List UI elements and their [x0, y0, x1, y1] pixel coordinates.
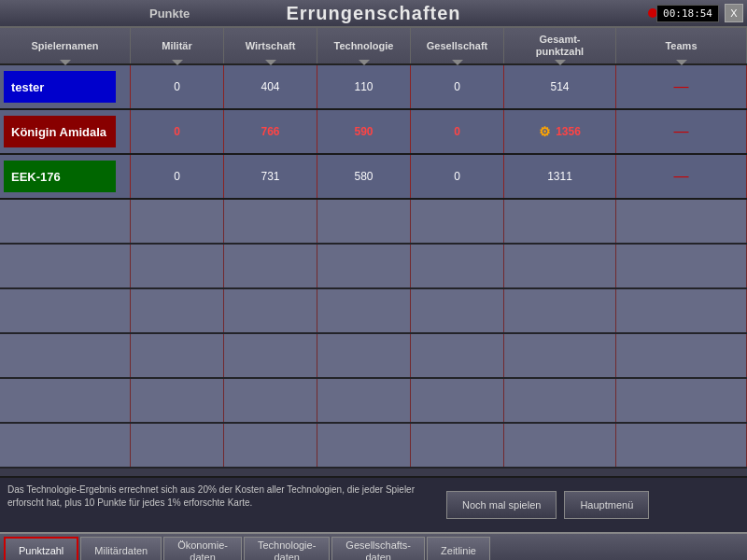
- page-title: Errungenschaften: [286, 3, 460, 24]
- empty-cell: [504, 245, 616, 287]
- empty-cell: [616, 379, 747, 422]
- empty-cell: [411, 334, 504, 377]
- gesellschaft-cell: 0: [411, 155, 504, 198]
- close-button[interactable]: X: [725, 4, 743, 22]
- empty-cell: [411, 200, 504, 243]
- table-row-empty: [0, 334, 747, 379]
- teams-cell: —: [616, 65, 747, 108]
- table-row: tester 0 404 110 0 514 —: [0, 65, 747, 110]
- tab-bar: PunktzahlMilitärdatenÖkonomie- datenTech…: [0, 532, 747, 560]
- technologie-cell: 580: [317, 155, 411, 198]
- table-row-empty: [0, 245, 747, 289]
- teams-cell: —: [616, 110, 747, 153]
- empty-cell: [504, 379, 616, 422]
- teams-dash-icon: —: [674, 78, 689, 95]
- empty-cell: [131, 334, 224, 377]
- tab-militardaten[interactable]: Militärdaten: [80, 537, 162, 560]
- timer-display: 00:18:54: [656, 5, 719, 22]
- bottom-info: Das Technologie-Ergebnis errechnet sich …: [0, 476, 747, 532]
- empty-cell: [0, 334, 131, 377]
- empty-cell: [411, 289, 504, 332]
- player-name-cell: tester: [0, 65, 131, 108]
- empty-cell: [0, 245, 131, 287]
- empty-cell: [317, 424, 411, 467]
- empty-cell: [616, 334, 747, 377]
- th-technologie: Technologie: [317, 28, 411, 63]
- empty-cell: [504, 289, 616, 332]
- th-militar: Militär: [131, 28, 224, 63]
- gesamt-cell: ⚙ 1356: [504, 110, 616, 153]
- empty-cell: [131, 424, 224, 467]
- hauptmenu-button[interactable]: Hauptmenü: [564, 491, 649, 519]
- empty-cell: [317, 334, 411, 377]
- empty-cell: [224, 200, 317, 243]
- tab-technologie[interactable]: Technologie- daten: [244, 537, 330, 560]
- teams-bar: —: [674, 168, 689, 185]
- wirtschaft-cell: 766: [224, 110, 317, 153]
- th-spieler: Spielernamen: [0, 28, 131, 63]
- top-bar: Punkte Errungenschaften 00:18:54 X: [0, 0, 747, 28]
- punkte-label: Punkte: [149, 7, 190, 21]
- empty-cell: [411, 245, 504, 287]
- empty-cell: [411, 424, 504, 467]
- tab-zeitlinie[interactable]: Zeitlinie: [427, 537, 490, 560]
- empty-cell: [504, 334, 616, 377]
- empty-cell: [224, 334, 317, 377]
- teams-cell: —: [616, 155, 747, 198]
- empty-cell: [0, 424, 131, 467]
- player-name-cell: Königin Amidala: [0, 110, 131, 153]
- tab-punktzahl[interactable]: Punktzahl: [4, 537, 78, 560]
- empty-cell: [504, 200, 616, 243]
- gesellschaft-cell: 0: [411, 65, 504, 108]
- wirtschaft-cell: 404: [224, 65, 317, 108]
- th-wirtschaft: Wirtschaft: [224, 28, 317, 63]
- player-name-box: Königin Amidala: [4, 116, 116, 147]
- table-body: tester 0 404 110 0 514 — Königin Amidala…: [0, 65, 747, 476]
- th-gesamt: Gesamt- punktzahl: [504, 28, 616, 63]
- empty-cell: [317, 289, 411, 332]
- empty-cell: [131, 245, 224, 287]
- empty-cell: [224, 379, 317, 422]
- tab-okonomie[interactable]: Ökonomie- daten: [163, 537, 242, 560]
- empty-cell: [317, 200, 411, 243]
- table-row-empty: [0, 424, 747, 469]
- main-content: Spielernamen Militär Wirtschaft Technolo…: [0, 28, 747, 476]
- empty-cell: [616, 424, 747, 467]
- militar-cell: 0: [131, 155, 224, 198]
- militar-cell: 0: [131, 110, 224, 153]
- empty-cell: [616, 200, 747, 243]
- empty-cell: [131, 200, 224, 243]
- empty-cell: [317, 379, 411, 422]
- th-gesellschaft: Gesellschaft: [411, 28, 504, 63]
- table-row: EEK-176 0 731 580 0 1311 —: [0, 155, 747, 200]
- empty-cell: [224, 424, 317, 467]
- empty-cell: [131, 379, 224, 422]
- gesamt-cell: 514: [504, 65, 616, 108]
- table-row-empty: [0, 200, 747, 245]
- technologie-cell: 590: [317, 110, 411, 153]
- empty-cell: [317, 245, 411, 287]
- wirtschaft-cell: 731: [224, 155, 317, 198]
- teams-dash-icon: —: [674, 168, 689, 185]
- th-teams: Teams: [616, 28, 747, 63]
- empty-cell: [131, 289, 224, 332]
- table-header: Spielernamen Militär Wirtschaft Technolo…: [0, 28, 747, 65]
- tab-gesellschafts[interactable]: Gesellschafts- daten: [331, 537, 425, 560]
- action-buttons: Noch mal spielen Hauptmenü: [446, 491, 649, 519]
- noch-mal-button[interactable]: Noch mal spielen: [446, 491, 557, 519]
- empty-cell: [0, 289, 131, 332]
- player-name-box: EEK-176: [4, 161, 116, 192]
- table-row-empty: [0, 379, 747, 424]
- gesellschaft-cell: 0: [411, 110, 504, 153]
- empty-cell: [0, 200, 131, 243]
- gear-icon: ⚙: [539, 124, 554, 139]
- technologie-cell: 110: [317, 65, 411, 108]
- teams-dash-icon: —: [674, 123, 689, 140]
- player-name-cell: EEK-176: [0, 155, 131, 198]
- empty-cell: [616, 289, 747, 332]
- empty-cell: [616, 245, 747, 287]
- info-text: Das Technologie-Ergebnis errechnet sich …: [7, 483, 437, 510]
- militar-cell: 0: [131, 65, 224, 108]
- gesamt-cell: 1311: [504, 155, 616, 198]
- empty-cell: [411, 379, 504, 422]
